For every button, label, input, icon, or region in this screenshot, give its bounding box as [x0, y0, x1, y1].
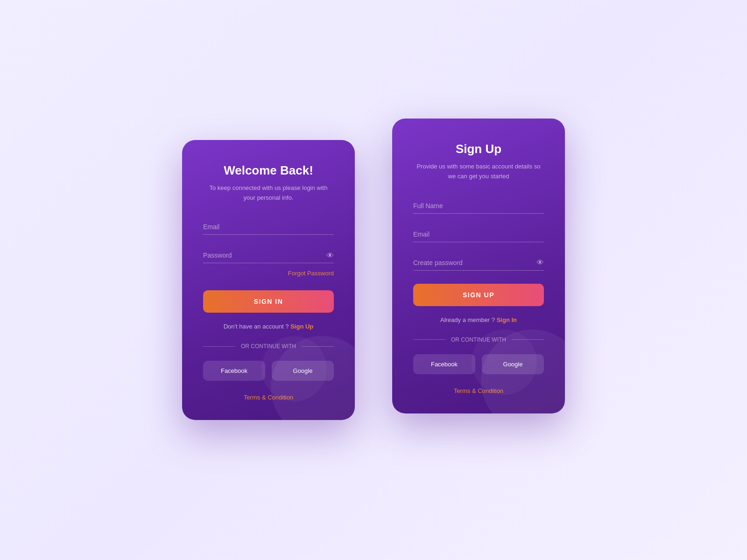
signup-terms-link[interactable]: Terms & Condition	[454, 387, 503, 394]
divider-line-left	[203, 346, 235, 347]
signup-terms-container: Terms & Condition	[413, 386, 544, 395]
forgot-password-link[interactable]: Forgot Password	[288, 270, 334, 277]
signup-subtitle: Provide us with some basic account detai…	[413, 162, 544, 182]
signup-password-input[interactable]	[413, 255, 544, 271]
go-to-signup-link[interactable]: Sign Up	[290, 323, 313, 330]
google-button[interactable]: Google	[272, 361, 334, 381]
password-input[interactable]	[203, 248, 334, 263]
fullname-input-group	[413, 198, 544, 214]
terms-link[interactable]: Terms & Condition	[244, 394, 293, 401]
signup-or-divider: OR CONTINUE WITH	[413, 336, 544, 343]
no-account-text: Don't have an account ? Sign Up	[203, 323, 334, 330]
signup-social-buttons: Facebook Google	[413, 354, 544, 374]
signup-divider-line-left	[413, 339, 445, 340]
sign-up-button[interactable]: SIGN UP	[413, 284, 544, 306]
email-input[interactable]	[203, 219, 334, 235]
signup-divider-line-right	[512, 339, 544, 340]
go-to-signin-link[interactable]: Sign In	[497, 316, 517, 323]
signup-title: Sign Up	[413, 142, 544, 156]
divider-line-right	[302, 346, 334, 347]
toggle-password-icon[interactable]: 👁	[326, 252, 334, 260]
signin-card: Welcome Back! To keep connected with us …	[182, 140, 355, 420]
email-input-group	[203, 219, 334, 235]
signin-subtitle: To keep connected with us please login w…	[203, 183, 334, 203]
signup-password-input-group: 👁	[413, 255, 544, 271]
sign-in-button[interactable]: SIGN IN	[203, 290, 334, 313]
password-input-group: 👁	[203, 248, 334, 263]
signin-title: Welcome Back!	[203, 163, 334, 178]
already-member-text: Already a member ? Sign In	[413, 316, 544, 323]
fullname-input[interactable]	[413, 198, 544, 214]
toggle-signup-password-icon[interactable]: 👁	[536, 259, 544, 267]
terms-container: Terms & Condition	[203, 393, 334, 401]
or-divider: OR CONTINUE WITH	[203, 343, 334, 350]
signup-email-input-group	[413, 227, 544, 242]
signup-facebook-button[interactable]: Facebook	[413, 354, 475, 374]
or-continue-text: OR CONTINUE WITH	[241, 343, 296, 350]
signup-email-input[interactable]	[413, 227, 544, 242]
forgot-password-container: Forgot Password	[203, 269, 334, 277]
signup-card: Sign Up Provide us with some basic accou…	[392, 119, 565, 413]
social-buttons: Facebook Google	[203, 361, 334, 381]
signup-google-button[interactable]: Google	[482, 354, 544, 374]
signup-or-continue-text: OR CONTINUE WITH	[451, 336, 506, 343]
facebook-button[interactable]: Facebook	[203, 361, 265, 381]
